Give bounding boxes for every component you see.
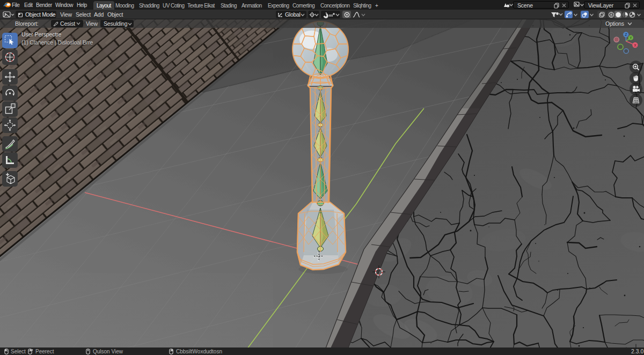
svg-text:X: X [634,43,636,47]
svg-text:Z: Z [625,33,627,36]
svg-text:Y: Y [630,36,632,40]
